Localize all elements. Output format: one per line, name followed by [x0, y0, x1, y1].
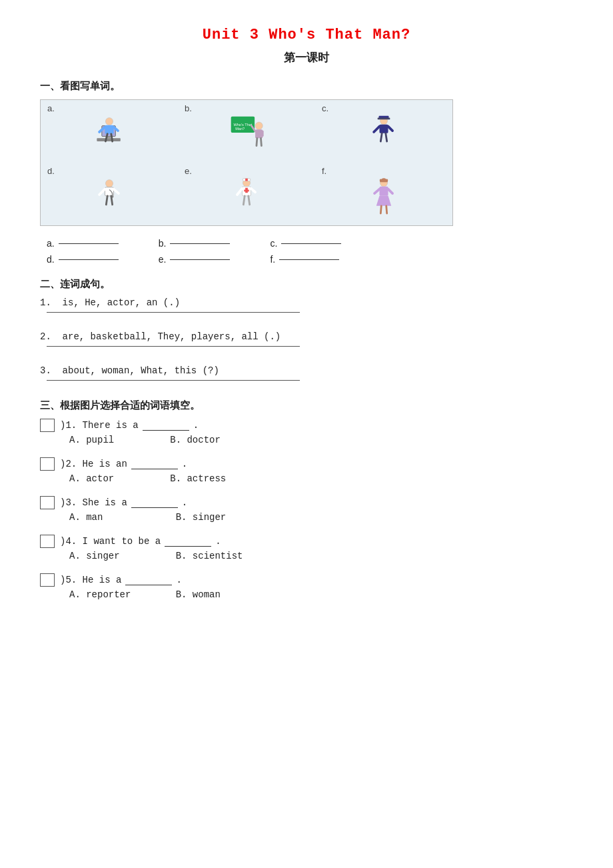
- image-cell-d: d.: [41, 163, 178, 225]
- answer-b: b.: [159, 238, 231, 249]
- choice-item-1: )1. There is a . A. pupil B. doctor: [40, 419, 573, 445]
- answer-d: d.: [47, 254, 119, 265]
- image-grid: a. b. Who's That Man?: [40, 99, 453, 226]
- sentence-item-3: 3. about, woman, What, this (?): [40, 365, 573, 381]
- q-line-5: )5. He is a .: [40, 573, 573, 587]
- sentence-item-1: 1. is, He, actor, an (.): [40, 297, 573, 313]
- label-c: c.: [270, 238, 277, 249]
- q-line-2: )2. He is an .: [40, 457, 573, 471]
- svg-point-3: [105, 118, 113, 125]
- label-a: a.: [47, 238, 55, 249]
- options-5: A. reporter B. woman: [69, 589, 573, 600]
- choice-item-3: )3. She is a . A. man B. singer: [40, 496, 573, 523]
- options-2: A. actor B. actress: [69, 473, 573, 484]
- svg-line-48: [386, 206, 387, 213]
- answer-f: f.: [270, 254, 339, 265]
- punct-4: .: [215, 536, 221, 547]
- svg-line-47: [380, 206, 381, 213]
- label-d: d.: [47, 254, 55, 265]
- image-cell-c: c.: [315, 100, 452, 163]
- answer-e: e.: [159, 254, 231, 265]
- svg-point-26: [105, 180, 113, 187]
- svg-rect-0: [97, 138, 120, 141]
- blank-word-1[interactable]: [143, 420, 189, 431]
- svg-line-45: [374, 189, 379, 194]
- options-4: A. singer B. scientist: [69, 551, 573, 561]
- sentence-text-1: 1. is, He, actor, an (.): [40, 297, 573, 308]
- blank-b[interactable]: [170, 243, 230, 244]
- sentence-text-2: 2. are, basketball, They, players, all (…: [40, 331, 573, 342]
- svg-rect-20: [378, 118, 390, 120]
- qnum-4: )4. I want to be a: [60, 536, 161, 547]
- blank-word-5[interactable]: [125, 575, 172, 585]
- answer-row-2: d. e. f.: [47, 254, 573, 265]
- svg-line-25: [386, 133, 387, 141]
- blank-d[interactable]: [59, 259, 119, 260]
- blank-f[interactable]: [279, 259, 339, 260]
- choice-item-2: )2. He is an . A. actor B. actress: [40, 457, 573, 484]
- blank-e[interactable]: [170, 259, 230, 260]
- blank-word-4[interactable]: [165, 536, 211, 547]
- image-cell-f: f.: [315, 163, 452, 225]
- svg-point-12: [255, 122, 263, 129]
- sentence-blank-3: [47, 380, 300, 381]
- svg-line-32: [111, 196, 113, 205]
- label-b: b.: [159, 238, 167, 249]
- svg-rect-38: [244, 190, 249, 192]
- svg-rect-4: [105, 125, 113, 134]
- bracket-2[interactable]: [40, 457, 55, 471]
- blank-word-2[interactable]: [131, 459, 178, 469]
- bracket-4[interactable]: [40, 535, 55, 548]
- section1-title: 一、看图写单词。: [40, 80, 573, 93]
- page-title: Unit 3 Who's That Man?: [40, 27, 573, 43]
- answer-a: a.: [47, 238, 119, 249]
- svg-line-46: [388, 189, 393, 194]
- svg-rect-35: [245, 179, 248, 181]
- label-f: f.: [270, 254, 275, 265]
- svg-text:Man?: Man?: [235, 127, 245, 131]
- label-e: e.: [159, 254, 167, 265]
- svg-line-16: [257, 138, 257, 145]
- bracket-3[interactable]: [40, 496, 55, 509]
- bracket-1[interactable]: [40, 419, 55, 432]
- answer-c: c.: [270, 238, 341, 249]
- svg-line-30: [114, 189, 119, 194]
- section3-title: 三、根据图片选择合适的词语填空。: [40, 399, 573, 412]
- blank-word-3[interactable]: [131, 497, 178, 508]
- punct-5: .: [176, 575, 181, 585]
- svg-line-42: [249, 196, 250, 205]
- svg-line-41: [243, 196, 245, 205]
- blank-a[interactable]: [59, 243, 119, 244]
- options-3: A. man B. singer: [69, 512, 573, 523]
- image-cell-a: a.: [41, 100, 178, 163]
- bracket-5[interactable]: [40, 573, 55, 587]
- choice-item-5: )5. He is a . A. reporter B. woman: [40, 573, 573, 600]
- image-cell-e: e.: [178, 163, 315, 225]
- punct-3: .: [182, 497, 187, 508]
- svg-rect-13: [255, 129, 263, 138]
- svg-text:Who's That: Who's That: [233, 123, 252, 127]
- svg-rect-21: [379, 125, 388, 133]
- svg-line-31: [106, 196, 107, 205]
- answer-row-1: a. b. c.: [47, 238, 573, 249]
- sentence-text-3: 3. about, woman, What, this (?): [40, 365, 573, 376]
- q-line-4: )4. I want to be a .: [40, 535, 573, 548]
- svg-line-39: [237, 189, 242, 195]
- sentence-item-2: 2. are, basketball, They, players, all (…: [40, 331, 573, 347]
- sentence-blank-2: [47, 346, 300, 347]
- subtitle: 第一课时: [40, 50, 573, 65]
- svg-rect-44: [379, 187, 388, 196]
- punct-1: .: [193, 420, 199, 431]
- q-line-1: )1. There is a .: [40, 419, 573, 432]
- qnum-5: )5. He is a: [60, 575, 121, 585]
- svg-line-24: [380, 133, 382, 141]
- options-1: A. pupil B. doctor: [69, 435, 573, 445]
- choice-item-4: )4. I want to be a . A. singer B. scient…: [40, 535, 573, 561]
- punct-2: .: [182, 459, 187, 469]
- q-line-3: )3. She is a .: [40, 496, 573, 509]
- blank-c[interactable]: [281, 243, 341, 244]
- svg-line-29: [99, 189, 105, 195]
- svg-line-8: [111, 134, 113, 141]
- svg-line-22: [374, 127, 379, 132]
- qnum-2: )2. He is an: [60, 459, 127, 469]
